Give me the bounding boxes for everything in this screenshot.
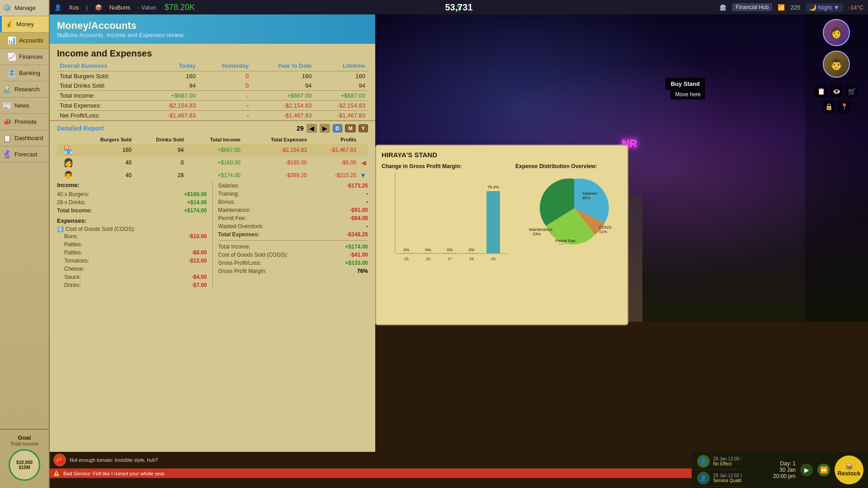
night-mode-button[interactable]: 🌙 Night ▼ xyxy=(806,3,843,12)
temperature-display: -14°C xyxy=(849,4,863,11)
sidebar: ⚙️ Manage 💰 Money 📊 Accounts 📈 Finances … xyxy=(0,0,50,488)
summary-value: +$174.00 xyxy=(345,244,368,250)
sidebar-item-dashboard[interactable]: 📋 Dashboard xyxy=(0,130,49,146)
income-yesterday: - xyxy=(198,101,251,111)
income-today: -$1,467.83 xyxy=(145,111,198,121)
cogs-label: Patties: xyxy=(64,241,82,248)
sidebar-item-banking[interactable]: 🏦 Banking xyxy=(0,65,49,81)
summary-row: Cost of Goods Sold (COGS):-$41.00 xyxy=(218,251,368,259)
next-page-button[interactable]: ▶ xyxy=(320,124,330,133)
svg-text:11%: 11% xyxy=(599,230,607,234)
income-yesterday: 0 xyxy=(198,81,251,91)
avatar-1[interactable]: 👩 xyxy=(823,19,850,46)
manage-icon: ⚙️ xyxy=(3,4,12,12)
summary-row: Gross Profit Margin:76% xyxy=(218,267,368,275)
svg-text:28: 28 xyxy=(469,257,474,261)
income-label: Total Drinks Sold: xyxy=(57,81,145,91)
detail-burgers: 160 xyxy=(75,144,133,156)
bar-chart-section: Change in Gross Profit Margin: 0% 25 0% … xyxy=(382,163,508,272)
fast-forward-button[interactable]: ⏩ xyxy=(817,464,830,476)
income-row: Total Burgers Sold: 160 0 160 160 xyxy=(57,71,368,81)
income-ytd: +$687.00 xyxy=(251,91,314,101)
expense-label: Total Expenses: xyxy=(218,231,259,238)
svg-text:22%: 22% xyxy=(559,243,567,244)
play-button[interactable]: ▶ xyxy=(800,464,813,476)
income-today: -$2,154.83 xyxy=(145,101,198,111)
package-icon: 📦 xyxy=(95,4,102,11)
sidebar-item-news[interactable]: 📰 News xyxy=(0,98,49,114)
sidebar-item-research[interactable]: 🔬 Research xyxy=(0,81,49,98)
cogs-value: -$12.00 xyxy=(189,258,207,264)
breakdown-left: Income: 40 x Burgers:+$160.0028 x Drinks… xyxy=(57,182,213,289)
cogs-value: -$7.00 xyxy=(191,282,207,288)
income-lifetime: 94 xyxy=(315,81,368,91)
pie-chart-title: Expense Distribution Overview: xyxy=(515,163,633,169)
avatar-2[interactable]: 👨 xyxy=(823,51,850,78)
signal-value: 225 xyxy=(790,4,800,11)
money-icon: 💰 xyxy=(5,20,14,28)
expense-value: - xyxy=(366,223,368,230)
sidebar-item-money[interactable]: 💰 Money xyxy=(0,16,49,33)
breakdown-value: +$14.00 xyxy=(187,199,207,206)
cogs-label: Buns: xyxy=(64,233,78,239)
sidebar-item-forecast[interactable]: 🔮 Forecast xyxy=(0,146,49,163)
period-day-button[interactable]: D xyxy=(333,124,343,132)
col-today: Today xyxy=(145,61,198,71)
action-eye[interactable]: 👁️ xyxy=(830,85,843,98)
expense-label: Maintenance: xyxy=(218,207,251,213)
cogs-value: -$10.00 xyxy=(189,233,207,239)
cogs-label: Patties: xyxy=(64,249,82,256)
period-month-button[interactable]: M xyxy=(345,124,355,132)
income-label: Total Expenses: xyxy=(57,101,145,111)
restock-button[interactable]: 📦 Restock xyxy=(835,455,863,484)
detail-icon: 🏪 xyxy=(57,144,75,156)
expense-breakdown-row: Total Expenses:-$348.25 xyxy=(218,230,368,239)
action-clipboard[interactable]: 📋 xyxy=(815,85,827,98)
banking-icon: 🏦 xyxy=(7,69,16,77)
expense-value: - xyxy=(366,199,368,205)
income-row: Total Income: +$687.00 - +$687.00 +$687.… xyxy=(57,91,368,101)
prev-page-button[interactable]: ◀ xyxy=(307,124,317,133)
hiraya-title: HIRAYA'S STAND xyxy=(382,151,622,159)
period-year-button[interactable]: Y xyxy=(359,124,368,132)
expense-label: Bonus: xyxy=(218,199,235,205)
col-ytd: Year to Date xyxy=(251,61,314,71)
action-map[interactable]: 📍 xyxy=(838,100,850,113)
sidebar-item-manage[interactable]: ⚙️ Manage xyxy=(0,0,49,16)
sidebar-item-finances[interactable]: 📈 Finances xyxy=(0,49,49,65)
expense-breakdown-row: Maintenance:-$91.00 xyxy=(218,206,368,214)
pie-chart-section: Expense Distribution Overview: Salaries: xyxy=(515,163,633,272)
detail-icon: 👩 xyxy=(57,156,75,169)
col-overall: Overall Business xyxy=(57,61,145,71)
avatars-panel: 👩 👨 📋 👁️ 🛒 🔒 📍 xyxy=(805,14,868,322)
expenses-title: Expenses: xyxy=(57,217,207,224)
svg-text:76.4%: 76.4% xyxy=(487,185,499,189)
sidebar-item-accounts[interactable]: 📊 Accounts xyxy=(0,33,49,49)
expense-label: Training: xyxy=(218,191,239,197)
news-icon: 📰 xyxy=(3,101,12,110)
username: Xus xyxy=(69,4,79,11)
action-lock[interactable]: 🔒 xyxy=(822,100,835,113)
students-icon: 👤 xyxy=(697,455,710,468)
svg-text:0%: 0% xyxy=(403,248,409,252)
goal-circle: $10,000 $10M xyxy=(9,449,40,481)
cogs-breakdown-row: Drinks:-$7.00 xyxy=(64,281,207,289)
sidebar-item-promote[interactable]: 📣 Promote xyxy=(0,114,49,130)
action-cart[interactable]: 🛒 xyxy=(845,85,858,98)
info-icon: ℹ️ xyxy=(57,226,64,232)
expense-value: -$91.00 xyxy=(349,207,368,213)
bar-chart-title: Change in Gross Profit Margin: xyxy=(382,163,508,169)
pie-chart-svg: Salaries: 45% COGS: 11% Maintenance: 23%… xyxy=(515,172,633,244)
detail-row: 👨 40 28 +$174.00 -$389.25 -$215.25 ▼ xyxy=(57,169,368,182)
detail-row: 👩 40 0 +$160.00 -$165.00 -$5.00 ◀ xyxy=(57,156,368,169)
expense-breakdown-row: Salaries:-$173.25 xyxy=(218,182,368,190)
svg-text:29: 29 xyxy=(491,257,495,261)
detail-expenses: -$165.00 xyxy=(242,156,309,169)
goal-amount: $10,000 $10M xyxy=(16,460,33,470)
detail-drinks: 0 xyxy=(133,156,186,169)
income-breakdown-row: 40 x Burgers:+$160.00 xyxy=(57,190,207,198)
detailed-report-link[interactable]: Detailed Report xyxy=(57,125,104,132)
action-icons: 📋 👁️ 🛒 🔒 📍 xyxy=(807,85,865,113)
cogs-label: Sauce: xyxy=(64,274,81,280)
panel-title: Money/Accounts xyxy=(57,20,368,32)
